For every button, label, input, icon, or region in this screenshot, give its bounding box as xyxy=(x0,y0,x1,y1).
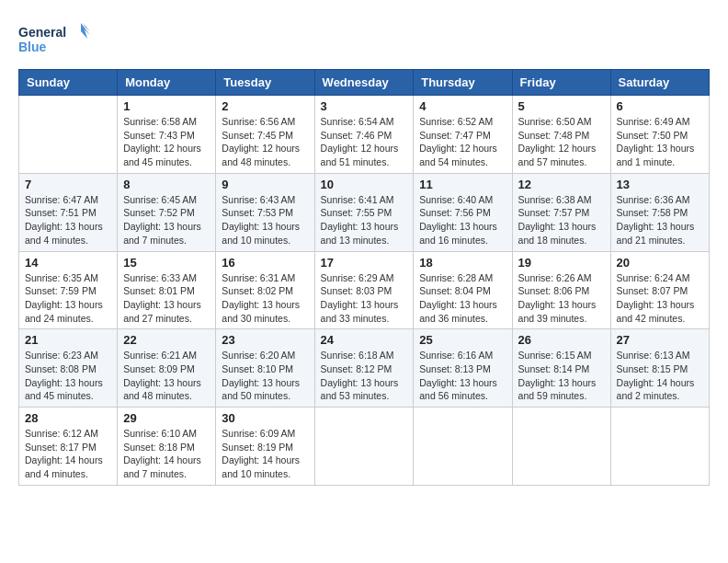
calendar-cell xyxy=(414,408,512,486)
day-number: 17 xyxy=(321,256,408,270)
calendar-cell: 5Sunrise: 6:50 AMSunset: 7:48 PMDaylight… xyxy=(512,96,610,174)
calendar-cell xyxy=(512,408,610,486)
day-info: Sunrise: 6:24 AMSunset: 8:07 PMDaylight:… xyxy=(617,271,703,326)
calendar-cell: 10Sunrise: 6:41 AMSunset: 7:55 PMDayligh… xyxy=(314,173,414,251)
day-number: 9 xyxy=(222,178,308,191)
day-info: Sunrise: 6:12 AMSunset: 8:17 PMDaylight:… xyxy=(25,427,111,481)
calendar-cell: 11Sunrise: 6:40 AMSunset: 7:56 PMDayligh… xyxy=(414,173,512,251)
day-number: 28 xyxy=(25,411,111,425)
day-info: Sunrise: 6:16 AMSunset: 8:13 PMDaylight:… xyxy=(419,349,506,403)
calendar-cell xyxy=(314,408,414,486)
day-info: Sunrise: 6:54 AMSunset: 7:46 PMDaylight:… xyxy=(321,115,408,169)
calendar-cell: 13Sunrise: 6:36 AMSunset: 7:58 PMDayligh… xyxy=(610,173,709,251)
weekday-header-sunday: Sunday xyxy=(19,70,118,96)
day-info: Sunrise: 6:09 AMSunset: 8:19 PMDaylight:… xyxy=(222,427,308,481)
calendar-cell: 23Sunrise: 6:20 AMSunset: 8:10 PMDayligh… xyxy=(216,329,314,408)
calendar-cell: 16Sunrise: 6:31 AMSunset: 8:02 PMDayligh… xyxy=(216,251,314,329)
calendar-cell: 20Sunrise: 6:24 AMSunset: 8:07 PMDayligh… xyxy=(610,251,709,329)
calendar-cell xyxy=(610,408,709,486)
day-info: Sunrise: 6:26 AMSunset: 8:06 PMDaylight:… xyxy=(518,271,605,326)
day-info: Sunrise: 6:47 AMSunset: 7:51 PMDaylight:… xyxy=(25,193,111,247)
day-number: 12 xyxy=(518,178,605,191)
calendar-cell: 3Sunrise: 6:54 AMSunset: 7:46 PMDaylight… xyxy=(314,96,414,174)
calendar-cell: 27Sunrise: 6:13 AMSunset: 8:15 PMDayligh… xyxy=(610,329,709,408)
day-info: Sunrise: 6:56 AMSunset: 7:45 PMDaylight:… xyxy=(222,115,308,169)
calendar-cell: 9Sunrise: 6:43 AMSunset: 7:53 PMDaylight… xyxy=(216,173,314,251)
calendar-cell: 17Sunrise: 6:29 AMSunset: 8:03 PMDayligh… xyxy=(314,251,414,329)
day-number: 13 xyxy=(617,178,703,191)
weekday-header-tuesday: Tuesday xyxy=(216,70,314,96)
day-info: Sunrise: 6:28 AMSunset: 8:04 PMDaylight:… xyxy=(419,271,506,326)
day-info: Sunrise: 6:38 AMSunset: 7:57 PMDaylight:… xyxy=(518,193,605,247)
weekday-header-wednesday: Wednesday xyxy=(314,70,414,96)
svg-text:General: General xyxy=(18,25,66,40)
day-info: Sunrise: 6:31 AMSunset: 8:02 PMDaylight:… xyxy=(222,271,308,326)
day-info: Sunrise: 6:18 AMSunset: 8:12 PMDaylight:… xyxy=(321,349,408,403)
weekday-header-saturday: Saturday xyxy=(610,70,709,96)
calendar-week-row: 21Sunrise: 6:23 AMSunset: 8:08 PMDayligh… xyxy=(19,329,710,408)
day-number: 11 xyxy=(419,178,506,191)
svg-text:Blue: Blue xyxy=(18,40,47,54)
day-number: 26 xyxy=(518,333,605,347)
calendar-cell: 8Sunrise: 6:45 AMSunset: 7:52 PMDaylight… xyxy=(118,173,216,251)
calendar-cell: 21Sunrise: 6:23 AMSunset: 8:08 PMDayligh… xyxy=(19,329,118,408)
weekday-header-monday: Monday xyxy=(118,70,216,96)
day-info: Sunrise: 6:50 AMSunset: 7:48 PMDaylight:… xyxy=(518,115,605,169)
day-number: 15 xyxy=(123,256,210,270)
day-info: Sunrise: 6:36 AMSunset: 7:58 PMDaylight:… xyxy=(617,193,703,247)
calendar-week-row: 28Sunrise: 6:12 AMSunset: 8:17 PMDayligh… xyxy=(19,408,710,486)
calendar-cell: 28Sunrise: 6:12 AMSunset: 8:17 PMDayligh… xyxy=(19,408,118,486)
day-number: 20 xyxy=(617,256,703,270)
day-info: Sunrise: 6:58 AMSunset: 7:43 PMDaylight:… xyxy=(123,115,210,169)
calendar-cell: 22Sunrise: 6:21 AMSunset: 8:09 PMDayligh… xyxy=(118,329,216,408)
day-number: 24 xyxy=(321,333,408,347)
calendar-cell: 12Sunrise: 6:38 AMSunset: 7:57 PMDayligh… xyxy=(512,173,610,251)
calendar-week-row: 7Sunrise: 6:47 AMSunset: 7:51 PMDaylight… xyxy=(19,173,710,251)
day-info: Sunrise: 6:40 AMSunset: 7:56 PMDaylight:… xyxy=(419,193,506,247)
calendar-cell: 6Sunrise: 6:49 AMSunset: 7:50 PMDaylight… xyxy=(610,96,709,174)
calendar-cell: 7Sunrise: 6:47 AMSunset: 7:51 PMDaylight… xyxy=(19,173,118,251)
day-number: 4 xyxy=(419,99,506,113)
page-header: General Blue xyxy=(18,18,710,60)
calendar-cell xyxy=(19,96,118,174)
day-info: Sunrise: 6:35 AMSunset: 7:59 PMDaylight:… xyxy=(25,271,111,326)
day-number: 21 xyxy=(25,333,111,347)
calendar-cell: 26Sunrise: 6:15 AMSunset: 8:14 PMDayligh… xyxy=(512,329,610,408)
day-info: Sunrise: 6:41 AMSunset: 7:55 PMDaylight:… xyxy=(321,193,408,247)
calendar-cell: 14Sunrise: 6:35 AMSunset: 7:59 PMDayligh… xyxy=(19,251,118,329)
day-number: 5 xyxy=(518,99,605,113)
day-number: 6 xyxy=(617,99,703,113)
day-number: 16 xyxy=(222,256,308,270)
weekday-header-thursday: Thursday xyxy=(414,70,512,96)
day-number: 3 xyxy=(321,99,408,113)
calendar-cell: 24Sunrise: 6:18 AMSunset: 8:12 PMDayligh… xyxy=(314,329,414,408)
weekday-header-friday: Friday xyxy=(512,70,610,96)
calendar-cell: 4Sunrise: 6:52 AMSunset: 7:47 PMDaylight… xyxy=(414,96,512,174)
day-number: 10 xyxy=(321,178,408,191)
day-info: Sunrise: 6:45 AMSunset: 7:52 PMDaylight:… xyxy=(123,193,210,247)
day-number: 18 xyxy=(419,256,506,270)
day-info: Sunrise: 6:52 AMSunset: 7:47 PMDaylight:… xyxy=(419,115,506,169)
calendar-week-row: 14Sunrise: 6:35 AMSunset: 7:59 PMDayligh… xyxy=(19,251,710,329)
day-info: Sunrise: 6:10 AMSunset: 8:18 PMDaylight:… xyxy=(123,427,210,481)
day-number: 2 xyxy=(222,99,308,113)
day-number: 23 xyxy=(222,333,308,347)
calendar-cell: 30Sunrise: 6:09 AMSunset: 8:19 PMDayligh… xyxy=(216,408,314,486)
day-info: Sunrise: 6:49 AMSunset: 7:50 PMDaylight:… xyxy=(617,115,703,169)
calendar-cell: 18Sunrise: 6:28 AMSunset: 8:04 PMDayligh… xyxy=(414,251,512,329)
day-info: Sunrise: 6:29 AMSunset: 8:03 PMDaylight:… xyxy=(321,271,408,326)
day-info: Sunrise: 6:21 AMSunset: 8:09 PMDaylight:… xyxy=(123,349,210,403)
day-info: Sunrise: 6:15 AMSunset: 8:14 PMDaylight:… xyxy=(518,349,605,403)
day-number: 29 xyxy=(123,411,210,425)
calendar-table: SundayMondayTuesdayWednesdayThursdayFrid… xyxy=(18,69,710,486)
weekday-header-row: SundayMondayTuesdayWednesdayThursdayFrid… xyxy=(19,70,710,96)
svg-marker-2 xyxy=(81,23,90,39)
day-info: Sunrise: 6:33 AMSunset: 8:01 PMDaylight:… xyxy=(123,271,210,326)
logo: General Blue xyxy=(18,18,92,60)
day-number: 22 xyxy=(123,333,210,347)
calendar-cell: 15Sunrise: 6:33 AMSunset: 8:01 PMDayligh… xyxy=(118,251,216,329)
day-info: Sunrise: 6:13 AMSunset: 8:15 PMDaylight:… xyxy=(617,349,703,403)
day-number: 1 xyxy=(123,99,210,113)
day-number: 8 xyxy=(123,178,210,191)
calendar-cell: 19Sunrise: 6:26 AMSunset: 8:06 PMDayligh… xyxy=(512,251,610,329)
